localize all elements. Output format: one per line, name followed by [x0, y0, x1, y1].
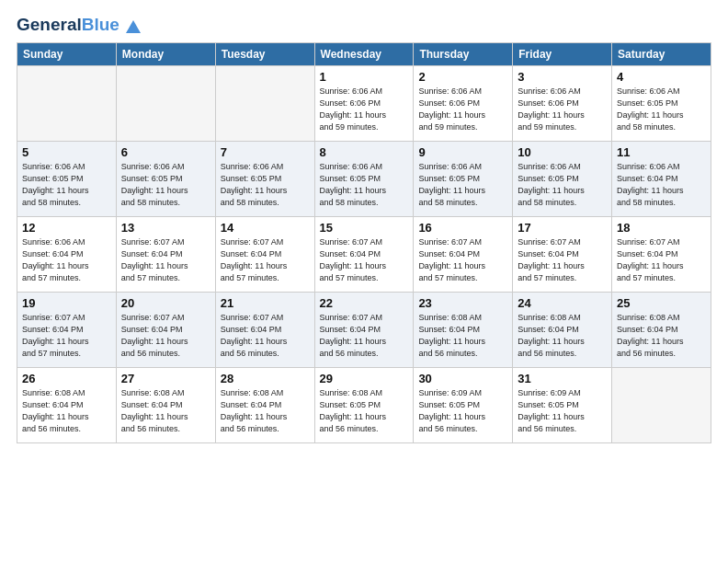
cell-info: Sunrise: 6:06 AM Sunset: 6:05 PM Dayligh… [121, 161, 210, 209]
calendar-cell: 20Sunrise: 6:07 AM Sunset: 6:04 PM Dayli… [116, 293, 215, 368]
calendar-cell: 14Sunrise: 6:07 AM Sunset: 6:04 PM Dayli… [215, 217, 314, 293]
calendar-cell: 29Sunrise: 6:08 AM Sunset: 6:05 PM Dayli… [314, 368, 414, 443]
calendar-cell [215, 66, 314, 142]
calendar-cell: 18Sunrise: 6:07 AM Sunset: 6:04 PM Dayli… [612, 217, 711, 293]
cell-info: Sunrise: 6:08 AM Sunset: 6:05 PM Dayligh… [320, 387, 409, 435]
cell-info: Sunrise: 6:06 AM Sunset: 6:06 PM Dayligh… [518, 86, 607, 133]
calendar-cell [17, 66, 117, 142]
logo-icon [125, 18, 142, 35]
cell-info: Sunrise: 6:07 AM Sunset: 6:04 PM Dayligh… [221, 236, 310, 284]
weekday-header-wednesday: Wednesday [314, 43, 414, 66]
logo-general: General [17, 15, 82, 34]
weekday-header-tuesday: Tuesday [215, 43, 314, 66]
cell-info: Sunrise: 6:06 AM Sunset: 6:06 PM Dayligh… [320, 86, 409, 133]
calendar-cell: 11Sunrise: 6:06 AM Sunset: 6:04 PM Dayli… [612, 142, 711, 217]
calendar-cell: 5Sunrise: 6:06 AM Sunset: 6:05 PM Daylig… [17, 142, 117, 217]
calendar-cell: 23Sunrise: 6:08 AM Sunset: 6:04 PM Dayli… [414, 293, 513, 368]
day-number: 30 [418, 372, 507, 385]
day-number: 13 [121, 221, 210, 235]
cell-info: Sunrise: 6:09 AM Sunset: 6:05 PM Dayligh… [418, 387, 507, 435]
calendar-cell: 9Sunrise: 6:06 AM Sunset: 6:05 PM Daylig… [414, 142, 513, 217]
calendar-cell: 10Sunrise: 6:06 AM Sunset: 6:05 PM Dayli… [513, 142, 612, 217]
cell-info: Sunrise: 6:07 AM Sunset: 6:04 PM Dayligh… [320, 312, 409, 360]
day-number: 10 [518, 145, 607, 159]
calendar-cell: 4Sunrise: 6:06 AM Sunset: 6:05 PM Daylig… [612, 66, 711, 142]
cell-info: Sunrise: 6:07 AM Sunset: 6:04 PM Dayligh… [518, 236, 607, 284]
cell-info: Sunrise: 6:06 AM Sunset: 6:05 PM Dayligh… [221, 161, 310, 209]
day-number: 6 [121, 145, 210, 159]
day-number: 27 [121, 372, 210, 385]
day-number: 11 [617, 145, 706, 159]
calendar-cell: 21Sunrise: 6:07 AM Sunset: 6:04 PM Dayli… [215, 293, 314, 368]
cell-info: Sunrise: 6:06 AM Sunset: 6:05 PM Dayligh… [320, 161, 409, 209]
day-number: 15 [320, 221, 409, 235]
calendar-cell: 7Sunrise: 6:06 AM Sunset: 6:05 PM Daylig… [215, 142, 314, 217]
weekday-header-saturday: Saturday [612, 43, 711, 66]
calendar-cell: 6Sunrise: 6:06 AM Sunset: 6:05 PM Daylig… [116, 142, 215, 217]
weekday-header-friday: Friday [513, 43, 612, 66]
calendar-cell: 30Sunrise: 6:09 AM Sunset: 6:05 PM Dayli… [414, 368, 513, 443]
calendar-cell [116, 66, 215, 142]
day-number: 12 [22, 221, 111, 235]
day-number: 8 [320, 145, 409, 159]
day-number: 18 [617, 221, 706, 235]
day-number: 24 [518, 296, 607, 310]
calendar-table: SundayMondayTuesdayWednesdayThursdayFrid… [17, 42, 711, 443]
calendar-cell: 19Sunrise: 6:07 AM Sunset: 6:04 PM Dayli… [17, 293, 117, 368]
day-number: 19 [22, 296, 111, 310]
calendar-cell: 12Sunrise: 6:06 AM Sunset: 6:04 PM Dayli… [17, 217, 117, 293]
calendar-cell: 2Sunrise: 6:06 AM Sunset: 6:06 PM Daylig… [414, 66, 513, 142]
calendar-cell: 27Sunrise: 6:08 AM Sunset: 6:04 PM Dayli… [116, 368, 215, 443]
day-number: 9 [418, 145, 507, 159]
cell-info: Sunrise: 6:07 AM Sunset: 6:04 PM Dayligh… [121, 236, 210, 284]
day-number: 17 [518, 221, 607, 235]
cell-info: Sunrise: 6:06 AM Sunset: 6:05 PM Dayligh… [617, 86, 706, 133]
day-number: 21 [221, 296, 310, 310]
cell-info: Sunrise: 6:07 AM Sunset: 6:04 PM Dayligh… [418, 236, 507, 284]
calendar-week-row: 1Sunrise: 6:06 AM Sunset: 6:06 PM Daylig… [17, 66, 711, 142]
day-number: 28 [221, 372, 310, 385]
page: GeneralBlue SundayMondayTuesdayWednesday… [0, 0, 728, 563]
logo: GeneralBlue [17, 15, 142, 35]
calendar-cell: 16Sunrise: 6:07 AM Sunset: 6:04 PM Dayli… [414, 217, 513, 293]
day-number: 29 [320, 372, 409, 385]
calendar-cell: 13Sunrise: 6:07 AM Sunset: 6:04 PM Dayli… [116, 217, 215, 293]
cell-info: Sunrise: 6:06 AM Sunset: 6:05 PM Dayligh… [22, 161, 111, 209]
cell-info: Sunrise: 6:07 AM Sunset: 6:04 PM Dayligh… [22, 312, 111, 360]
day-number: 14 [221, 221, 310, 235]
cell-info: Sunrise: 6:07 AM Sunset: 6:04 PM Dayligh… [617, 236, 706, 284]
day-number: 22 [320, 296, 409, 310]
calendar-cell: 1Sunrise: 6:06 AM Sunset: 6:06 PM Daylig… [314, 66, 414, 142]
day-number: 20 [121, 296, 210, 310]
cell-info: Sunrise: 6:06 AM Sunset: 6:05 PM Dayligh… [418, 161, 507, 209]
day-number: 25 [617, 296, 706, 310]
calendar-cell: 31Sunrise: 6:09 AM Sunset: 6:05 PM Dayli… [513, 368, 612, 443]
cell-info: Sunrise: 6:06 AM Sunset: 6:04 PM Dayligh… [617, 161, 706, 209]
calendar-cell: 3Sunrise: 6:06 AM Sunset: 6:06 PM Daylig… [513, 66, 612, 142]
cell-info: Sunrise: 6:06 AM Sunset: 6:04 PM Dayligh… [22, 236, 111, 284]
header: GeneralBlue [17, 15, 711, 35]
cell-info: Sunrise: 6:09 AM Sunset: 6:05 PM Dayligh… [518, 387, 607, 435]
cell-info: Sunrise: 6:08 AM Sunset: 6:04 PM Dayligh… [121, 387, 210, 435]
day-number: 5 [22, 145, 111, 159]
cell-info: Sunrise: 6:07 AM Sunset: 6:04 PM Dayligh… [320, 236, 409, 284]
day-number: 23 [418, 296, 507, 310]
calendar-cell [612, 368, 711, 443]
day-number: 2 [418, 70, 507, 84]
day-number: 3 [518, 70, 607, 84]
calendar-cell: 8Sunrise: 6:06 AM Sunset: 6:05 PM Daylig… [314, 142, 414, 217]
weekday-header-row: SundayMondayTuesdayWednesdayThursdayFrid… [17, 43, 711, 66]
day-number: 31 [518, 372, 607, 385]
cell-info: Sunrise: 6:08 AM Sunset: 6:04 PM Dayligh… [221, 387, 310, 435]
calendar-cell: 15Sunrise: 6:07 AM Sunset: 6:04 PM Dayli… [314, 217, 414, 293]
day-number: 16 [418, 221, 507, 235]
calendar-cell: 24Sunrise: 6:08 AM Sunset: 6:04 PM Dayli… [513, 293, 612, 368]
calendar-cell: 25Sunrise: 6:08 AM Sunset: 6:04 PM Dayli… [612, 293, 711, 368]
cell-info: Sunrise: 6:07 AM Sunset: 6:04 PM Dayligh… [121, 312, 210, 360]
cell-info: Sunrise: 6:06 AM Sunset: 6:05 PM Dayligh… [518, 161, 607, 209]
calendar-week-row: 5Sunrise: 6:06 AM Sunset: 6:05 PM Daylig… [17, 142, 711, 217]
cell-info: Sunrise: 6:07 AM Sunset: 6:04 PM Dayligh… [221, 312, 310, 360]
day-number: 26 [22, 372, 111, 385]
calendar-cell: 28Sunrise: 6:08 AM Sunset: 6:04 PM Dayli… [215, 368, 314, 443]
calendar-cell: 26Sunrise: 6:08 AM Sunset: 6:04 PM Dayli… [17, 368, 117, 443]
